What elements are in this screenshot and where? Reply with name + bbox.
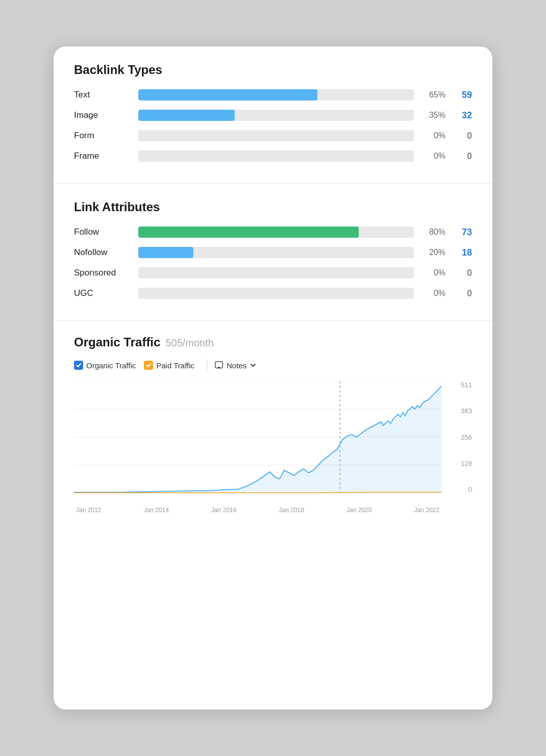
bar-count: 0: [454, 151, 472, 162]
organic-title-row: Organic Traffic 505/month: [74, 335, 472, 349]
table-row: UGC 0% 0: [74, 288, 472, 299]
chart-legend: Organic Traffic Paid Traffic Notes: [74, 360, 472, 371]
bar-pct: 0%: [422, 268, 445, 278]
bar-track: [138, 247, 414, 258]
bar-count[interactable]: 32: [454, 110, 472, 121]
x-axis-label: Jan 2016: [211, 507, 236, 514]
chart-svg-area: [74, 381, 441, 493]
bar-pct: 0%: [422, 289, 445, 298]
x-axis-label: Jan 2018: [279, 507, 304, 514]
bar-count: 0: [454, 288, 472, 299]
bar-count: 0: [454, 131, 472, 141]
backlink-types-rows: Text 65% 59 Image 35% 32 Form 0% 0: [74, 89, 472, 162]
link-attributes-title: Link Attributes: [74, 200, 472, 214]
y-axis: 5113832561280: [444, 381, 472, 493]
bar-count: 0: [454, 268, 472, 279]
bar-track: [138, 89, 414, 100]
bar-track: [138, 226, 414, 238]
chevron-down-icon: [250, 362, 257, 369]
organic-chart: 5113832561280 Jan 2012Jan 2014Jan 2016Ja…: [74, 381, 472, 514]
table-row: Nofollow 20% 18: [74, 247, 472, 258]
organic-traffic-title: Organic Traffic: [74, 335, 160, 349]
x-axis-label: Jan 2014: [144, 507, 169, 514]
bar-pct: 0%: [422, 152, 445, 161]
table-row: Form 0% 0: [74, 130, 472, 141]
link-attributes-rows: Follow 80% 73 Nofollow 20% 18 Sponsored …: [74, 226, 472, 299]
x-axis-label: Jan 2020: [346, 507, 371, 514]
row-label: Sponsored: [74, 268, 130, 278]
table-row: Follow 80% 73: [74, 226, 472, 238]
organic-legend-label: Organic Traffic: [86, 361, 136, 370]
organic-checkbox[interactable]: [74, 361, 83, 370]
bar-pct: 65%: [422, 90, 445, 99]
organic-traffic-section: Organic Traffic 505/month Organic Traffi…: [54, 321, 492, 514]
row-label: Image: [74, 110, 130, 120]
bar-track: [138, 130, 414, 141]
bar-count[interactable]: 59: [454, 90, 472, 100]
notes-button[interactable]: Notes: [214, 361, 257, 370]
row-label: UGC: [74, 288, 130, 298]
row-label: Frame: [74, 151, 130, 161]
legend-paid: Paid Traffic: [144, 361, 194, 370]
row-label: Text: [74, 90, 130, 100]
bar-count[interactable]: 18: [454, 247, 472, 258]
x-axis-label: Jan 2022: [414, 507, 439, 514]
table-row: Frame 0% 0: [74, 150, 472, 162]
bar-pct: 80%: [422, 228, 445, 237]
bar-pct: 0%: [422, 131, 445, 140]
bar-track: [138, 110, 414, 121]
backlink-types-section: Backlink Types Text 65% 59 Image 35% 32 …: [54, 46, 492, 184]
main-card: Backlink Types Text 65% 59 Image 35% 32 …: [54, 46, 492, 710]
bar-fill: [138, 247, 193, 258]
row-label: Nofollow: [74, 247, 130, 258]
y-axis-label: 128: [461, 460, 472, 467]
bar-track: [138, 288, 414, 299]
chart-lines: [74, 381, 441, 493]
legend-organic: Organic Traffic: [74, 361, 136, 370]
paid-legend-label: Paid Traffic: [156, 361, 194, 370]
organic-traffic-subtitle: 505/month: [165, 337, 214, 349]
y-axis-label: 0: [468, 486, 472, 493]
y-axis-label: 256: [461, 434, 472, 441]
bar-fill: [138, 89, 317, 100]
bar-track: [138, 150, 414, 162]
bar-count[interactable]: 73: [454, 227, 472, 238]
bar-track: [138, 267, 414, 279]
y-axis-label: 511: [461, 381, 472, 389]
table-row: Image 35% 32: [74, 110, 472, 121]
paid-checkbox[interactable]: [144, 361, 153, 370]
x-axis-label: Jan 2012: [76, 507, 101, 514]
link-attributes-section: Link Attributes Follow 80% 73 Nofollow 2…: [54, 184, 492, 321]
notes-icon: [214, 361, 224, 370]
x-axis: Jan 2012Jan 2014Jan 2016Jan 2018Jan 2020…: [74, 507, 441, 514]
y-axis-label: 383: [461, 407, 472, 415]
row-label: Follow: [74, 227, 130, 237]
bar-pct: 20%: [422, 248, 445, 257]
bar-fill: [138, 110, 235, 121]
notes-label: Notes: [227, 361, 246, 370]
table-row: Text 65% 59: [74, 89, 472, 100]
row-label: Form: [74, 131, 130, 141]
bar-fill: [138, 226, 359, 238]
backlink-types-title: Backlink Types: [74, 63, 472, 77]
table-row: Sponsored 0% 0: [74, 267, 472, 279]
legend-divider: [207, 360, 207, 371]
bar-pct: 35%: [422, 111, 445, 120]
